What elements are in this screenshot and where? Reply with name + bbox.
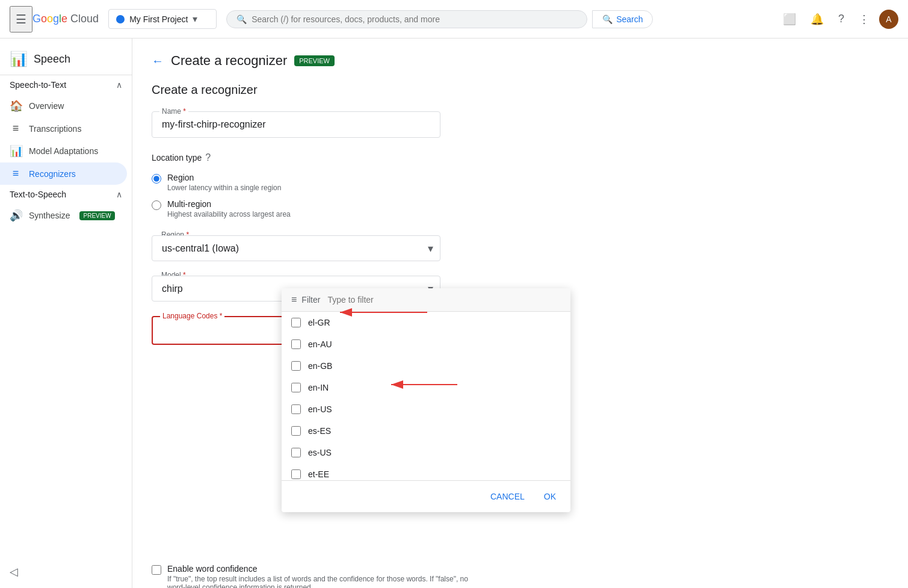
sidebar-item-label: Overview [29,101,64,111]
list-item[interactable]: en-US [282,398,570,420]
list-item[interactable]: en-GB [282,355,570,377]
project-dot [116,15,125,23]
dropdown-filter: ≡ Filter [282,288,570,312]
search-button[interactable]: 🔍 Search [592,10,653,28]
sidebar-footer: ◁ [10,565,18,578]
list-item[interactable]: en-AU [282,333,570,355]
collapse-tts-icon: ∧ [116,190,122,199]
back-button[interactable]: ← [152,54,164,68]
terminal-icon[interactable]: ⬜ [778,8,801,31]
language-dropdown: ≡ Filter el-GR en-AU en-GB [282,288,570,512]
main-content: ← Create a recognizer PREVIEW Create a r… [132,39,908,588]
dropdown-ok-button[interactable]: OK [539,488,561,505]
et-EE-checkbox[interactable] [291,469,301,479]
word-confidence-section: Enable word confidence If "true", the to… [152,564,889,588]
word-confidence-label: Enable word confidence [167,564,468,574]
speech-to-text-section[interactable]: Speech-to-Text ∧ [0,75,132,94]
dropdown-cancel-button[interactable]: CANCEL [486,488,530,505]
language-codes-label: Language Codes * [160,312,224,320]
nav-icons: ⬜ 🔔 ? ⋮ A [778,8,898,31]
filter-input[interactable] [327,295,561,305]
layout: 📊 Speech Speech-to-Text ∧ 🏠 Overview ≡ T… [0,39,908,588]
name-field-group: Name * [152,111,889,138]
region-field-group: Region * us-central1 (Iowa) ▾ [152,235,889,261]
name-input[interactable] [162,119,430,130]
recognizers-icon: ≡ [10,167,22,180]
multi-region-radio-option[interactable]: Multi-region Highest availability across… [152,197,889,221]
en-US-checkbox[interactable] [291,404,301,414]
region-radio-option[interactable]: Region Lower latency within a single reg… [152,170,889,194]
sidebar-item-label: Recognizers [29,169,76,179]
home-icon: 🏠 [10,99,22,113]
app-title: Speech [34,53,70,66]
sidebar-item-overview[interactable]: 🏠 Overview [0,94,127,117]
sidebar-item-recognizers[interactable]: ≡ Recognizers [0,162,127,185]
form-title: Create a recognizer [152,83,889,97]
multi-region-radio[interactable] [152,200,161,210]
region-radio[interactable] [152,174,161,184]
avatar[interactable]: A [879,10,898,29]
list-item[interactable]: es-ES [282,420,570,442]
sidebar-item-label: Transcriptions [29,124,81,134]
dropdown-list: el-GR en-AU en-GB en-IN en-US [282,312,570,480]
name-field-label: Name * [159,107,188,116]
en-AU-checkbox[interactable] [291,339,301,349]
model-icon: 📊 [10,144,22,158]
word-confidence-checkbox[interactable] [152,565,161,575]
word-confidence-desc: If "true", the top result includes a lis… [167,575,468,588]
es-US-checkbox[interactable] [291,448,301,457]
top-nav: ☰ Google Cloud My First Project ▾ 🔍 🔍 Se… [0,0,908,39]
more-icon[interactable]: ⋮ [854,8,874,31]
sidebar-collapse-icon[interactable]: ◁ [10,566,18,578]
list-item[interactable]: et-EE [282,463,570,480]
preview-badge: PREVIEW [79,211,114,220]
es-ES-checkbox[interactable] [291,426,301,436]
bell-icon[interactable]: 🔔 [806,8,829,31]
search-input[interactable] [252,14,577,24]
filter-label: Filter [301,295,320,305]
location-help-icon[interactable]: ? [205,152,211,163]
region-select[interactable]: us-central1 (Iowa) [152,235,440,261]
list-item[interactable]: es-US [282,442,570,463]
list-item[interactable]: el-GR [282,312,570,333]
sidebar-app-title: 📊 Speech [0,43,132,75]
location-type-label: Location type ? [152,152,889,163]
en-IN-checkbox[interactable] [291,383,301,392]
sidebar-item-label: Synthesize [29,211,70,220]
search-btn-icon: 🔍 [602,14,613,24]
transcriptions-icon: ≡ [10,122,22,135]
speech-icon: 📊 [10,51,28,67]
page-header: ← Create a recognizer PREVIEW [152,53,889,69]
sidebar-item-synthesize[interactable]: 🔊 Synthesize PREVIEW [0,204,127,227]
sidebar-item-transcriptions[interactable]: ≡ Transcriptions [0,117,127,140]
el-GR-checkbox[interactable] [291,318,301,327]
help-icon[interactable]: ? [833,8,849,30]
collapse-icon: ∧ [116,80,122,90]
et-EE-label: et-EE [308,469,329,479]
en-GB-checkbox[interactable] [291,361,301,371]
text-to-speech-section[interactable]: Text-to-Speech ∧ [0,185,132,204]
location-type-group: Location type ? Region Lower latency wit… [152,152,889,221]
project-selector[interactable]: My First Project ▾ [108,9,217,29]
en-IN-label: en-IN [308,383,329,392]
es-ES-label: es-ES [308,426,331,436]
region-label: Region [167,173,281,182]
page-title: Create a recognizer [171,53,287,69]
search-bar: 🔍 [226,10,587,28]
en-AU-label: en-AU [308,339,332,349]
multi-region-desc: Highest availability across largest area [167,210,291,218]
project-name: My First Project [129,14,188,24]
filter-icon: ≡ [291,294,297,305]
list-item[interactable]: en-IN [282,377,570,398]
region-desc: Lower latency within a single region [167,184,281,192]
word-confidence-option: Enable word confidence If "true", the to… [152,564,889,588]
text-to-speech-label: Text-to-Speech [10,190,66,199]
synthesize-icon: 🔊 [10,209,22,222]
sidebar-item-model-adaptations[interactable]: 📊 Model Adaptations [0,140,127,162]
name-field-wrapper: Name * [152,111,440,138]
el-GR-label: el-GR [308,318,330,327]
sidebar-item-label: Model Adaptations [29,146,98,156]
region-field-wrapper: Region * us-central1 (Iowa) ▾ [152,235,440,261]
speech-to-text-label: Speech-to-Text [10,80,66,90]
hamburger-menu[interactable]: ☰ [10,6,32,32]
